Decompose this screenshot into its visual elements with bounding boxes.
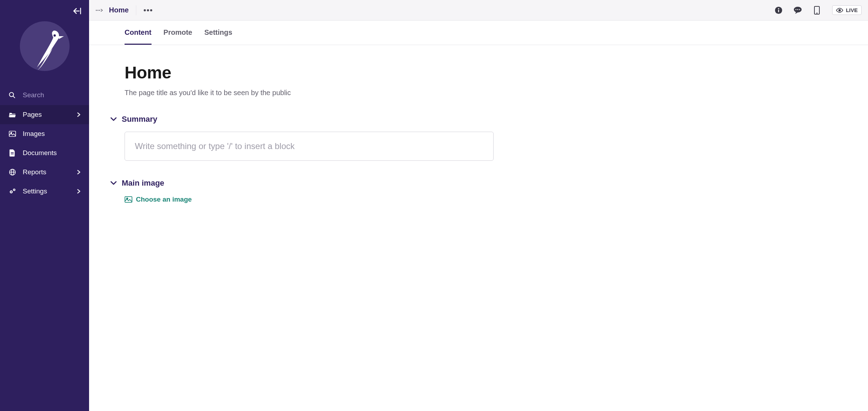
sidebar: Pages Images Documents Reports	[0, 0, 89, 411]
svg-point-31	[839, 9, 840, 11]
page-subtitle: The page title as you'd like it to be se…	[125, 89, 557, 97]
svg-point-23	[778, 8, 779, 9]
logo	[0, 18, 89, 85]
svg-rect-24	[778, 10, 779, 12]
section-title-summary: Summary	[122, 115, 157, 124]
sidebar-search[interactable]	[0, 85, 89, 105]
sidebar-item-images[interactable]: Images	[0, 124, 89, 143]
chevron-right-icon	[77, 170, 81, 175]
info-button[interactable]	[774, 6, 783, 15]
svg-line-4	[13, 96, 15, 98]
sidebar-nav: Pages Images Documents Reports	[0, 105, 89, 201]
collapse-main-image-button[interactable]	[110, 181, 117, 185]
arrow-bar-left-icon	[73, 7, 82, 15]
live-status-button[interactable]: LIVE	[832, 5, 862, 15]
breadcrumb-title[interactable]: Home	[109, 6, 129, 14]
mobile-icon	[814, 6, 820, 15]
image-icon	[9, 130, 16, 138]
divider	[136, 5, 136, 15]
chevron-right-icon	[77, 112, 81, 117]
page-title[interactable]: Home	[125, 63, 557, 82]
chevron-down-icon	[110, 181, 117, 185]
svg-rect-8	[11, 154, 13, 154]
svg-point-15	[14, 190, 15, 191]
summary-input[interactable]	[125, 132, 494, 161]
sidebar-item-label: Documents	[23, 149, 57, 157]
tab-settings[interactable]: Settings	[204, 21, 232, 45]
svg-rect-32	[125, 197, 132, 202]
svg-point-26	[795, 9, 796, 10]
sidebar-item-settings[interactable]: Settings	[0, 182, 89, 201]
sidebar-item-label: Pages	[23, 111, 42, 119]
page-actions-button[interactable]	[143, 9, 153, 12]
choose-image-button[interactable]: Choose an image	[125, 196, 192, 203]
tab-promote[interactable]: Promote	[164, 21, 192, 45]
section-title-main-image: Main image	[122, 179, 164, 188]
chevron-right-icon	[77, 189, 81, 194]
collapse-summary-button[interactable]	[110, 117, 117, 121]
preview-mobile-button[interactable]	[812, 6, 822, 15]
collapse-sidebar-button[interactable]	[73, 7, 82, 15]
sidebar-item-documents[interactable]: Documents	[0, 143, 89, 163]
bird-icon	[20, 21, 70, 71]
search-icon	[9, 92, 16, 99]
live-label: LIVE	[846, 7, 858, 13]
svg-point-28	[799, 9, 800, 10]
tab-content[interactable]: Content	[125, 21, 152, 45]
sidebar-item-pages[interactable]: Pages	[0, 105, 89, 124]
content-panel: Home The page title as you'd like it to …	[89, 45, 586, 236]
sidebar-top	[0, 0, 89, 18]
ellipsis-icon	[143, 9, 153, 12]
svg-point-20	[147, 9, 149, 11]
cogs-icon	[9, 187, 16, 195]
svg-point-18	[99, 10, 100, 11]
svg-point-16	[96, 10, 97, 11]
svg-point-19	[144, 9, 146, 11]
choose-image-label: Choose an image	[136, 196, 192, 203]
info-icon	[775, 6, 782, 14]
main: Home LIVE Content Promote Settings Home …	[89, 0, 868, 411]
image-icon	[125, 196, 132, 203]
svg-point-13	[11, 191, 12, 192]
sidebar-item-label: Reports	[23, 168, 46, 176]
globe-icon	[9, 168, 16, 176]
folder-open-icon	[9, 111, 16, 119]
section-main-image: Main image Choose an image	[125, 179, 557, 204]
dots-chevron-icon	[95, 8, 103, 13]
svg-point-27	[797, 9, 798, 10]
sidebar-item-label: Images	[23, 130, 45, 138]
topbar: Home LIVE	[89, 0, 868, 21]
comment-icon	[793, 6, 802, 14]
svg-point-17	[98, 10, 99, 11]
document-icon	[9, 149, 16, 157]
sidebar-item-label: Settings	[23, 187, 47, 195]
wagtail-bird-logo	[20, 21, 70, 71]
comments-button[interactable]	[793, 6, 802, 15]
svg-rect-7	[11, 152, 13, 153]
breadcrumb-expand-button[interactable]	[95, 8, 103, 13]
svg-rect-5	[9, 131, 16, 137]
tabs: Content Promote Settings	[89, 21, 868, 45]
sidebar-item-reports[interactable]: Reports	[0, 163, 89, 182]
svg-point-21	[150, 9, 152, 11]
section-summary: Summary	[125, 115, 557, 161]
eye-icon	[836, 8, 843, 13]
svg-point-2	[53, 34, 55, 37]
chevron-down-icon	[110, 117, 117, 121]
